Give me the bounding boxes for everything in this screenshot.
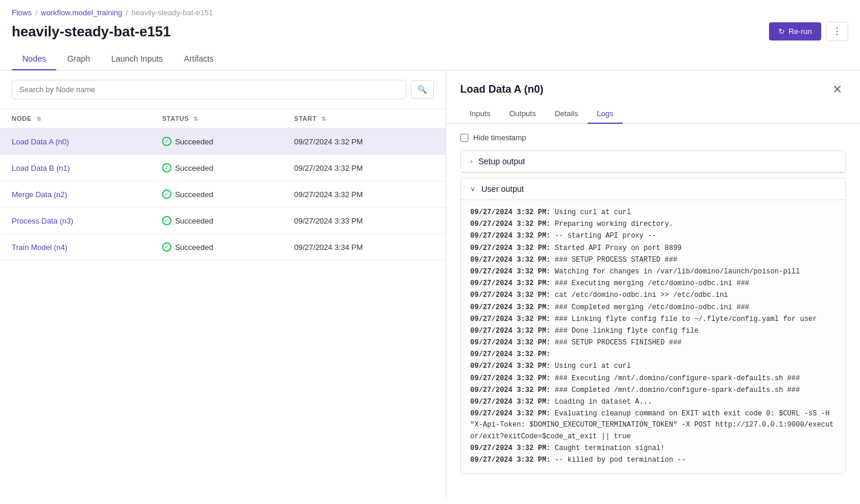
tab-artifacts[interactable]: Artifacts [173, 48, 224, 70]
log-timestamp: 09/27/2024 3:32 PM: [470, 410, 551, 418]
start-cell: 09/27/2024 3:32 PM [282, 181, 446, 208]
hide-timestamp-label: Hide timestamp [473, 133, 526, 142]
log-line: 09/27/2024 3:32 PM: Loading in dataset A… [470, 397, 836, 408]
search-button[interactable]: 🔍 [411, 80, 434, 99]
panel-tab-logs[interactable]: Logs [588, 104, 623, 124]
table-row[interactable]: Load Data A (n0) ✓ Succeeded 09/27/2024 … [0, 128, 446, 155]
tab-graph[interactable]: Graph [56, 48, 100, 70]
log-timestamp: 09/27/2024 3:32 PM: [470, 456, 551, 464]
log-line: 09/27/2024 3:32 PM: Caught termination s… [470, 443, 836, 454]
more-button[interactable]: ⋮ [826, 22, 848, 41]
tab-launch-inputs[interactable]: Launch Inputs [100, 48, 173, 70]
more-icon: ⋮ [832, 26, 842, 36]
search-bar: 🔍 [0, 70, 446, 109]
start-cell: 09/27/2024 3:32 PM [282, 128, 446, 155]
panel-tab-details[interactable]: Details [545, 104, 588, 124]
chevron-user-icon: ∨ [470, 185, 475, 193]
breadcrumb-workflow-link[interactable]: workflow.model_training [41, 8, 123, 17]
breadcrumb-sep2: / [126, 8, 128, 17]
log-timestamp: 09/27/2024 3:32 PM: [470, 444, 551, 452]
rerun-icon: ↻ [778, 27, 785, 36]
log-timestamp: 09/27/2024 3:32 PM: [470, 220, 551, 228]
log-line: 09/27/2024 3:32 PM: cat /etc/domino-odbc… [470, 290, 836, 301]
status-cell: ✓ Succeeded [162, 190, 271, 199]
log-timestamp: 09/27/2024 3:32 PM: [470, 315, 551, 323]
log-timestamp: 09/27/2024 3:32 PM: [470, 256, 551, 264]
table-header-row: NODE ⇅ STATUS ⇅ START ⇅ [0, 109, 446, 128]
hide-timestamp-checkbox[interactable] [460, 134, 468, 142]
table-row[interactable]: Merge Data (n2) ✓ Succeeded 09/27/2024 3… [0, 181, 446, 208]
breadcrumb-flows-link[interactable]: Flows [12, 8, 32, 17]
log-section-user-header[interactable]: ∨ User output [461, 178, 845, 200]
log-line: 09/27/2024 3:32 PM: [470, 349, 836, 360]
log-line: 09/27/2024 3:32 PM: Watching for changes… [470, 266, 836, 278]
main-tabs: Nodes Graph Launch Inputs Artifacts [0, 48, 860, 70]
log-timestamp: 09/27/2024 3:32 PM: [470, 279, 551, 287]
log-line: 09/27/2024 3:32 PM: ### Completed /mnt/.… [470, 385, 836, 396]
node-name-link[interactable]: Merge Data (n2) [12, 190, 68, 199]
sort-icon-start: ⇅ [321, 116, 326, 122]
start-cell: 09/27/2024 3:32 PM [282, 155, 446, 181]
log-section-setup: › Setup output [460, 150, 846, 173]
log-timestamp: 09/27/2024 3:32 PM: [470, 232, 551, 240]
tab-nodes[interactable]: Nodes [12, 48, 56, 70]
page-title: heavily-steady-bat-e151 [12, 23, 171, 40]
search-input-wrap [12, 80, 406, 99]
table-row[interactable]: Train Model (n4) ✓ Succeeded 09/27/2024 … [0, 234, 446, 261]
status-success-icon: ✓ [162, 163, 171, 172]
log-timestamp: 09/27/2024 3:32 PM: [470, 350, 551, 358]
log-line: 09/27/2024 3:32 PM: ### SETUP PROCESS ST… [470, 255, 836, 266]
search-input[interactable] [12, 80, 406, 99]
status-success-icon: ✓ [162, 190, 171, 199]
panel-tab-outputs[interactable]: Outputs [500, 104, 545, 124]
log-line: 09/27/2024 3:32 PM: Using curl at curl [470, 207, 836, 218]
panel-header: Load Data A (n0) ✕ [446, 70, 860, 97]
log-section-user: ∨ User output 09/27/2024 3:32 PM: Using … [460, 178, 846, 474]
node-name-link[interactable]: Train Model (n4) [12, 243, 68, 252]
node-name-link[interactable]: Process Data (n3) [12, 217, 73, 225]
log-line: 09/27/2024 3:32 PM: Using curl at curl [470, 361, 836, 372]
log-timestamp: 09/27/2024 3:32 PM: [470, 398, 551, 406]
rerun-label: Re-run [788, 27, 812, 36]
panel-body: Hide timestamp › Setup output ∨ User out… [446, 124, 860, 498]
log-line: 09/27/2024 3:32 PM: -- starting API prox… [470, 231, 836, 242]
log-section-setup-header[interactable]: › Setup output [461, 151, 845, 172]
log-line: 09/27/2024 3:32 PM: ### Linking flyte co… [470, 314, 836, 325]
breadcrumb-run: heavily-steady-bat-e151 [131, 8, 213, 17]
log-line: 09/27/2024 3:32 PM: ### Executing /mnt/.… [470, 373, 836, 384]
status-cell: ✓ Succeeded [162, 137, 271, 146]
sort-icon-status: ⇅ [193, 116, 198, 122]
status-success-icon: ✓ [162, 242, 171, 252]
log-timestamp: 09/27/2024 3:32 PM: [470, 374, 551, 383]
log-section-user-label: User output [481, 184, 524, 194]
log-timestamp: 09/27/2024 3:32 PM: [470, 244, 551, 252]
breadcrumb-sep1: / [35, 8, 38, 17]
col-header-node: NODE ⇅ [0, 109, 150, 128]
panel-tabs: Inputs Outputs Details Logs [446, 104, 860, 124]
log-section-setup-label: Setup output [478, 157, 525, 166]
log-line: 09/27/2024 3:32 PM: -- killed by pod ter… [470, 455, 836, 466]
panel-tab-inputs[interactable]: Inputs [460, 104, 500, 124]
title-actions: ↻ Re-run ⋮ [769, 22, 848, 41]
log-line: 09/27/2024 3:32 PM: Evaluating cleanup c… [470, 408, 836, 442]
status-cell: ✓ Succeeded [162, 216, 271, 225]
log-timestamp: 09/27/2024 3:32 PM: [470, 339, 551, 347]
close-button[interactable]: ✕ [829, 81, 846, 97]
log-line: 09/27/2024 3:32 PM: ### SETUP PROCESS FI… [470, 337, 836, 349]
log-timestamp: 09/27/2024 3:32 PM: [470, 268, 551, 276]
log-timestamp: 09/27/2024 3:32 PM: [470, 362, 551, 370]
col-header-start: START ⇅ [282, 109, 446, 128]
log-line: 09/27/2024 3:32 PM: Preparing working di… [470, 219, 836, 230]
table-row[interactable]: Load Data B (n1) ✓ Succeeded 09/27/2024 … [0, 155, 446, 181]
log-content-user: 09/27/2024 3:32 PM: Using curl at curl09… [461, 200, 845, 473]
log-timestamp: 09/27/2024 3:32 PM: [470, 327, 551, 335]
right-panel: Load Data A (n0) ✕ Inputs Outputs Detail… [446, 70, 860, 498]
table-row[interactable]: Process Data (n3) ✓ Succeeded 09/27/2024… [0, 208, 446, 234]
log-line: 09/27/2024 3:32 PM: ### Executing mergin… [470, 278, 836, 289]
rerun-button[interactable]: ↻ Re-run [769, 22, 821, 40]
node-name-link[interactable]: Load Data A (n0) [12, 137, 69, 146]
start-cell: 09/27/2024 3:34 PM [282, 234, 446, 261]
status-success-icon: ✓ [162, 216, 171, 225]
node-name-link[interactable]: Load Data B (n1) [12, 164, 70, 172]
col-header-status: STATUS ⇅ [150, 109, 282, 128]
